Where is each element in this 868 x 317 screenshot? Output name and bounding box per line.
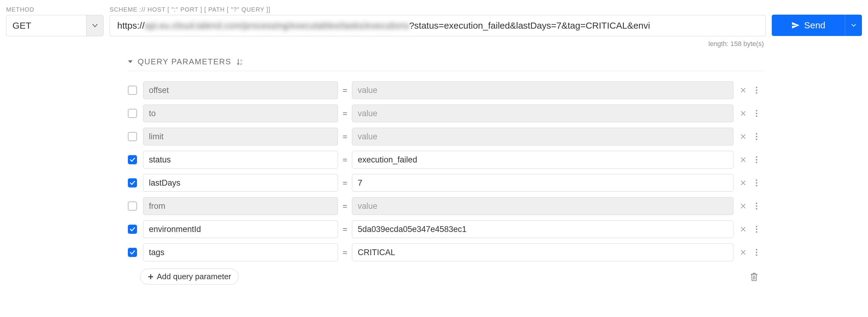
query-param-row: status=execution_failed	[128, 151, 765, 169]
svg-point-4	[756, 92, 757, 94]
url-label: SCHEME :// HOST [ ":" PORT ] [ PATH [ "?…	[110, 6, 766, 13]
param-more-menu[interactable]	[755, 179, 765, 187]
svg-point-17	[756, 203, 757, 204]
method-caret[interactable]	[86, 15, 103, 36]
add-query-parameter-button[interactable]: Add query parameter	[140, 268, 239, 285]
equals-sign: =	[341, 178, 349, 188]
param-enabled-checkbox[interactable]	[128, 132, 137, 141]
equals-sign: =	[341, 248, 349, 257]
svg-point-10	[756, 139, 757, 140]
close-icon	[740, 134, 746, 140]
svg-text:A: A	[240, 58, 242, 62]
remove-param-button[interactable]	[740, 180, 752, 186]
kebab-icon	[755, 86, 758, 94]
param-enabled-checkbox[interactable]	[128, 248, 137, 257]
close-icon	[740, 180, 746, 186]
param-enabled-checkbox[interactable]	[128, 86, 137, 95]
param-key-input[interactable]: from	[143, 197, 338, 215]
svg-point-15	[756, 182, 757, 184]
kebab-icon	[755, 225, 758, 233]
url-input[interactable]: https://api.eu.cloud.talend.com/processi…	[110, 15, 766, 36]
svg-point-11	[756, 156, 757, 158]
plus-icon	[148, 274, 154, 280]
param-value-input[interactable]: execution_failed	[352, 151, 734, 169]
param-key-input[interactable]: limit	[143, 128, 338, 145]
param-enabled-checkbox[interactable]	[128, 201, 137, 211]
check-icon	[130, 250, 135, 255]
url-prefix: https://	[117, 21, 145, 31]
param-more-menu[interactable]	[755, 202, 765, 210]
svg-point-18	[756, 205, 757, 207]
send-button[interactable]: Send	[772, 15, 862, 36]
remove-param-button[interactable]	[740, 157, 752, 163]
add-query-parameter-label: Add query parameter	[157, 272, 231, 281]
url-suffix: ?status=execution_failed&lastDays=7&tag=…	[409, 21, 650, 31]
param-enabled-checkbox[interactable]	[128, 155, 137, 164]
check-icon	[130, 157, 135, 162]
kebab-icon	[755, 202, 758, 210]
param-key-input[interactable]: offset	[143, 81, 338, 99]
remove-param-button[interactable]	[740, 87, 752, 93]
param-key-input[interactable]: to	[143, 105, 338, 122]
param-value-input[interactable]: CRITICAL	[352, 243, 734, 261]
method-select[interactable]: GET	[6, 15, 103, 36]
param-value-input[interactable]: 7	[352, 174, 734, 192]
svg-point-13	[756, 162, 757, 163]
svg-point-6	[756, 113, 757, 114]
svg-point-21	[756, 229, 757, 230]
param-more-menu[interactable]	[755, 109, 765, 117]
query-params-title: QUERY PARAMETERS	[137, 57, 231, 66]
param-key-input[interactable]: status	[143, 151, 338, 169]
equals-sign: =	[341, 201, 349, 211]
close-icon	[740, 203, 746, 209]
collapse-caret-icon[interactable]	[128, 60, 133, 64]
param-enabled-checkbox[interactable]	[128, 109, 137, 118]
svg-point-5	[756, 110, 757, 112]
remove-param-button[interactable]	[740, 203, 752, 209]
method-label: METHOD	[6, 6, 103, 13]
delete-all-button[interactable]	[750, 272, 758, 281]
param-key-input[interactable]: environmentId	[143, 220, 338, 238]
send-split[interactable]	[845, 15, 862, 36]
param-value-input[interactable]: value	[352, 128, 734, 145]
svg-point-8	[756, 133, 757, 135]
kebab-icon	[755, 156, 758, 164]
param-enabled-checkbox[interactable]	[128, 178, 137, 188]
svg-text:Z: Z	[240, 62, 242, 65]
param-key-input[interactable]: lastDays	[143, 174, 338, 192]
close-icon	[740, 157, 746, 163]
svg-point-14	[756, 179, 757, 181]
param-value-input[interactable]: value	[352, 105, 734, 122]
query-param-row: offset=value	[128, 81, 765, 99]
sort-az-icon[interactable]: A Z	[236, 58, 244, 66]
remove-param-button[interactable]	[740, 226, 752, 232]
param-more-menu[interactable]	[755, 86, 765, 94]
param-value-input[interactable]: value	[352, 197, 734, 215]
close-icon	[740, 226, 746, 232]
caret-down-icon	[851, 24, 856, 27]
query-param-row: tags=CRITICAL	[128, 243, 765, 261]
param-enabled-checkbox[interactable]	[128, 225, 137, 234]
remove-param-button[interactable]	[740, 134, 752, 140]
svg-point-12	[756, 159, 757, 161]
query-param-row: limit=value	[128, 128, 765, 145]
param-value-input[interactable]: value	[352, 81, 734, 99]
check-icon	[130, 227, 135, 231]
remove-param-button[interactable]	[740, 249, 752, 255]
query-param-row: from=value	[128, 197, 765, 215]
url-length: length: 158 byte(s)	[709, 40, 764, 48]
send-label: Send	[804, 20, 826, 30]
equals-sign: =	[341, 155, 349, 165]
param-key-input[interactable]: tags	[143, 243, 338, 261]
param-value-input[interactable]: 5da039ecda05e347e4583ec1	[352, 220, 734, 238]
param-more-menu[interactable]	[755, 225, 765, 233]
param-more-menu[interactable]	[755, 133, 765, 141]
remove-param-button[interactable]	[740, 110, 752, 116]
kebab-icon	[755, 109, 758, 117]
param-more-menu[interactable]	[755, 156, 765, 164]
svg-point-24	[756, 252, 757, 253]
caret-down-icon	[92, 24, 98, 27]
method-value: GET	[6, 21, 86, 31]
equals-sign: =	[341, 132, 349, 141]
param-more-menu[interactable]	[755, 249, 765, 256]
